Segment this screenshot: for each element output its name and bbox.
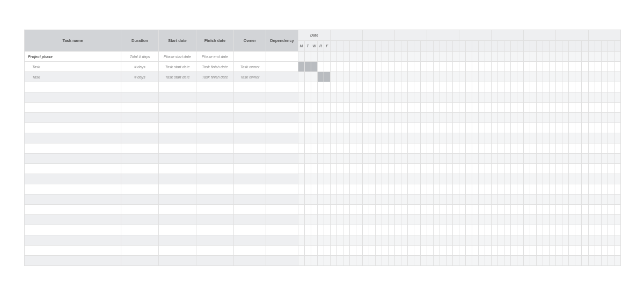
timeline-cell[interactable] (492, 103, 498, 113)
timeline-cell[interactable] (408, 205, 414, 215)
cell-duration[interactable] (121, 195, 159, 205)
timeline-cell[interactable] (485, 72, 492, 82)
cell-start[interactable] (159, 154, 196, 164)
timeline-cell[interactable] (337, 235, 343, 246)
timeline-cell[interactable] (305, 225, 311, 235)
timeline-cell[interactable] (447, 72, 453, 82)
timeline-cell[interactable] (401, 62, 408, 72)
timeline-cell[interactable] (337, 246, 343, 256)
timeline-cell[interactable] (530, 123, 537, 133)
timeline-cell[interactable] (498, 133, 504, 143)
timeline-cell[interactable] (504, 215, 511, 225)
timeline-cell[interactable] (350, 72, 356, 82)
timeline-cell[interactable] (369, 154, 376, 164)
cell-start[interactable] (159, 92, 196, 103)
timeline-cell[interactable] (485, 235, 492, 246)
timeline-cell[interactable] (614, 113, 620, 123)
timeline-cell[interactable] (550, 174, 556, 184)
timeline-cell[interactable] (588, 225, 595, 235)
timeline-cell[interactable] (466, 123, 472, 133)
timeline-cell[interactable] (331, 246, 337, 256)
timeline-cell[interactable] (311, 52, 318, 62)
timeline-cell[interactable] (614, 72, 620, 82)
timeline-cell[interactable] (492, 195, 498, 205)
timeline-cell[interactable] (318, 246, 324, 256)
timeline-cell[interactable] (382, 164, 389, 174)
timeline-cell[interactable] (337, 103, 343, 113)
timeline-cell[interactable] (595, 195, 601, 205)
timeline-cell[interactable] (369, 72, 376, 82)
timeline-cell[interactable] (395, 246, 401, 256)
timeline-cell[interactable] (511, 246, 517, 256)
timeline-cell[interactable] (575, 246, 582, 256)
cell-owner[interactable] (234, 184, 266, 195)
timeline-cell[interactable] (337, 72, 343, 82)
timeline-cell[interactable] (434, 215, 440, 225)
timeline-cell[interactable] (556, 256, 562, 266)
timeline-cell[interactable] (550, 205, 556, 215)
timeline-cell[interactable] (543, 205, 550, 215)
timeline-cell[interactable] (556, 103, 562, 113)
timeline-cell[interactable] (318, 235, 324, 246)
timeline-cell[interactable] (369, 103, 376, 113)
timeline-cell[interactable] (311, 174, 318, 184)
cell-finish[interactable] (196, 103, 234, 113)
timeline-cell[interactable] (498, 256, 504, 266)
timeline-cell[interactable] (537, 103, 543, 113)
timeline-cell[interactable] (459, 133, 466, 143)
timeline-cell[interactable] (498, 184, 504, 195)
cell-name[interactable] (25, 143, 121, 154)
timeline-cell[interactable] (363, 133, 369, 143)
timeline-cell[interactable] (356, 174, 363, 184)
timeline-cell[interactable] (427, 195, 434, 205)
timeline-cell[interactable] (298, 103, 305, 113)
timeline-cell[interactable] (382, 184, 389, 195)
timeline-cell[interactable] (440, 225, 447, 235)
timeline-cell[interactable] (569, 225, 575, 235)
timeline-cell[interactable] (356, 225, 363, 235)
timeline-cell[interactable] (408, 235, 414, 246)
timeline-cell[interactable] (376, 52, 382, 62)
timeline-cell[interactable] (530, 225, 537, 235)
timeline-cell[interactable] (356, 235, 363, 246)
timeline-cell[interactable] (427, 225, 434, 235)
timeline-cell[interactable] (485, 143, 492, 154)
timeline-cell[interactable] (453, 154, 459, 164)
timeline-cell[interactable] (298, 82, 305, 92)
timeline-cell[interactable] (440, 52, 447, 62)
timeline-cell[interactable] (472, 246, 479, 256)
gantt-bar-cell[interactable] (318, 72, 324, 82)
timeline-cell[interactable] (550, 164, 556, 174)
cell-finish[interactable] (196, 184, 234, 195)
timeline-cell[interactable] (562, 195, 569, 205)
timeline-cell[interactable] (595, 154, 601, 164)
timeline-cell[interactable] (453, 62, 459, 72)
timeline-cell[interactable] (447, 103, 453, 113)
timeline-cell[interactable] (331, 143, 337, 154)
timeline-cell[interactable] (524, 195, 530, 205)
timeline-cell[interactable] (550, 184, 556, 195)
timeline-cell[interactable] (305, 82, 311, 92)
timeline-cell[interactable] (504, 82, 511, 92)
timeline-cell[interactable] (575, 164, 582, 174)
cell-dependency[interactable] (266, 92, 298, 103)
cell-name[interactable] (25, 123, 121, 133)
timeline-cell[interactable] (466, 195, 472, 205)
timeline-cell[interactable] (331, 154, 337, 164)
timeline-cell[interactable] (447, 246, 453, 256)
timeline-cell[interactable] (389, 246, 395, 256)
timeline-cell[interactable] (530, 154, 537, 164)
timeline-cell[interactable] (382, 195, 389, 205)
timeline-cell[interactable] (350, 113, 356, 123)
timeline-cell[interactable] (427, 235, 434, 246)
timeline-cell[interactable] (485, 215, 492, 225)
timeline-cell[interactable] (569, 113, 575, 123)
timeline-cell[interactable] (498, 215, 504, 225)
cell-owner[interactable] (234, 225, 266, 235)
timeline-cell[interactable] (479, 164, 485, 174)
timeline-cell[interactable] (562, 184, 569, 195)
timeline-cell[interactable] (427, 123, 434, 133)
timeline-cell[interactable] (492, 205, 498, 215)
timeline-cell[interactable] (466, 154, 472, 164)
timeline-cell[interactable] (524, 82, 530, 92)
